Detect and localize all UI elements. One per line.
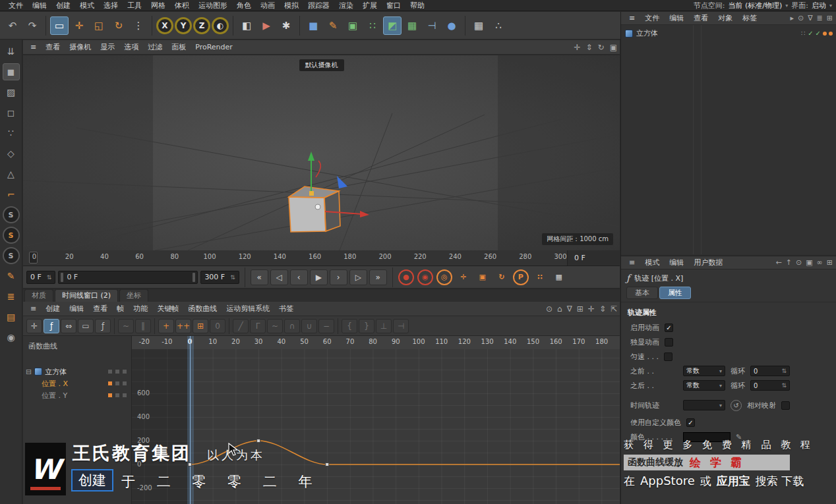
time-track-dropdown[interactable]: ▾ [683,400,725,410]
scale-tool[interactable]: ◱ [90,16,108,35]
viewport-menu-item[interactable]: 过滤 [143,42,167,53]
dopesheet-tab[interactable]: 材质 [24,289,53,302]
previous-key-button[interactable]: ◁ [270,269,288,285]
keyframe-selection-icon[interactable]: ◎ [436,269,452,285]
menubar-item[interactable]: 创建 [51,0,75,11]
dopesheet-menu-item[interactable]: 编辑 [65,303,88,314]
back-icon[interactable]: ← [776,258,782,267]
visibility-check-icon[interactable]: ✓ [808,30,813,37]
snap-settings-button[interactable]: ∴ [489,16,508,35]
render-check-icon[interactable]: ✓ [816,30,821,37]
quantize-keys-button[interactable]: ⊞ [193,319,208,333]
layers-icon[interactable]: ≣ [817,14,823,22]
object-name[interactable]: 立方体 [636,28,658,38]
spinner-icon[interactable]: ⇅ [781,382,787,389]
viewport-menu-item[interactable]: 面板 [167,42,191,53]
menubar-item[interactable]: 文件 [4,0,28,11]
object-manager-body[interactable]: 立方体 ∷ ✓ ✓ [621,25,836,254]
dopesheet-menu-item[interactable]: 功能 [129,303,152,314]
live-selection-tool[interactable]: ▭ [50,16,69,35]
add-array-button[interactable]: ∷ [363,16,382,35]
attribute-menu-item[interactable]: 编辑 [665,257,688,268]
filter-icon[interactable]: ∇ [567,304,572,314]
attribute-menu-item[interactable]: 模式 [640,257,664,268]
fit-view-icon[interactable]: ⇕ [599,304,606,314]
add-volume-button[interactable]: ▦ [403,16,421,35]
editor-dot-icon[interactable] [823,32,827,36]
range-grip-left[interactable] [61,273,63,282]
menubar-item[interactable]: 选择 [99,0,123,11]
lock-icon[interactable]: ▣ [806,258,812,267]
region-select-tool[interactable]: ▭ [78,319,94,333]
after-loop-field[interactable]: 0⇅ [750,380,790,391]
start-frame-field[interactable]: 0 F⇅ [26,271,55,284]
spinner-icon[interactable]: ⇅ [230,274,235,281]
move-tool[interactable]: ✛ [70,16,88,35]
dopesheet-tab[interactable]: 时间线窗口 (2) [55,289,118,302]
enable-snap-icon[interactable]: S [3,206,20,223]
frame-range-slider[interactable]: 0 F [58,271,198,284]
solo-toggle-icon[interactable] [122,381,127,386]
curve-tree-row[interactable]: 位置 . Y [23,389,131,401]
paint-tool-icon[interactable]: ✎ [3,267,20,285]
menubar-item[interactable]: 角色 [232,0,256,11]
axis-mode-icon[interactable]: ⌐ [3,186,20,203]
range-grip-right[interactable] [193,273,195,282]
expand-icon[interactable]: ▸ [790,14,794,22]
object-manager-menu-item[interactable]: 文件 [640,13,664,24]
object-manager-menu-item[interactable]: 对象 [713,13,737,24]
viewport-menu-item[interactable]: 查看 [41,42,65,53]
hamburger-icon[interactable]: ≡ [624,257,640,268]
before-loop-field[interactable]: 0⇅ [750,366,790,376]
go-to-end-button[interactable]: » [369,269,387,285]
edges-mode-icon[interactable]: ◇ [3,145,20,162]
clamp-close-icon[interactable]: } [359,319,374,333]
menubar-item[interactable]: 扩展 [358,0,382,11]
record-scale-icon[interactable]: ▣ [475,269,491,285]
keyframe-toggle-icon[interactable] [107,381,113,386]
keyframe-toggle-icon[interactable] [107,369,113,374]
render-picture-viewer-button[interactable]: ▶ [257,16,276,35]
curve-ruler[interactable]: -20-100102030405060708090100110120130140… [132,336,620,350]
lock-keyhole-icon[interactable]: ◉ [3,329,20,346]
curve-tree-row[interactable]: 位置 . X [23,378,131,389]
curve-tree-row[interactable]: ⊟立方体 [23,366,131,378]
texture-mode-icon[interactable]: ▨ [3,84,20,101]
camera-label[interactable]: 默认摄像机 [299,59,344,71]
zero-angle-icon[interactable]: ⊥ [376,319,392,333]
filter-icon[interactable]: ∇ [808,14,812,22]
render-settings-button[interactable]: ✱ [277,16,295,35]
menubar-item[interactable]: 动画 [256,0,280,11]
polygons-mode-icon[interactable]: △ [3,165,20,182]
reset-icon[interactable]: ↺ [731,400,742,411]
record-parameter-icon[interactable]: P [513,269,529,285]
menubar-item[interactable]: 帮助 [405,0,429,11]
layer-dots-icon[interactable]: ∷ [801,30,806,37]
layer-stripes-icon[interactable]: ≣ [3,288,20,305]
next-key-button[interactable]: ▷ [349,269,367,285]
record-pla-icon[interactable]: ∷ [532,269,548,285]
move-view-icon[interactable]: ✛ [588,304,595,314]
tree-expand-icon[interactable]: ⊟ [26,368,32,376]
snapshot-curve-icon[interactable]: ~ [118,319,134,333]
dock-icon[interactable]: ⇱ [611,304,617,314]
reduce-curve-icon[interactable]: ‖ [135,319,151,333]
model-mode-icon[interactable]: ◼ [3,63,20,80]
add-subdivision-button[interactable]: ◩ [383,16,402,35]
object-manager-menu-item[interactable]: 标签 [738,13,761,24]
tangent-ease-in-icon[interactable]: ∩ [284,319,300,333]
fcurve-mode-button[interactable]: ƒ [44,319,59,333]
solo-animation-checkbox[interactable] [665,338,673,347]
viewport-menu-item[interactable]: 显示 [96,42,119,53]
menubar-item[interactable]: 窗口 [382,0,405,11]
dopesheet-menu-item[interactable]: 查看 [88,303,112,314]
record-position-icon[interactable]: ✛ [456,269,471,285]
enable-animation-checkbox[interactable] [665,323,673,332]
view-layout-button[interactable]: ▦ [469,16,488,35]
custom-color-checkbox[interactable] [686,418,695,427]
track-label[interactable]: 位置 . Y [42,391,67,401]
render-view-button[interactable]: ◧ [237,16,256,35]
function-icon[interactable]: ƒ [95,319,111,333]
uv-mode-icon[interactable]: ◻ [3,104,20,121]
menubar-item[interactable]: 体积 [170,0,194,11]
